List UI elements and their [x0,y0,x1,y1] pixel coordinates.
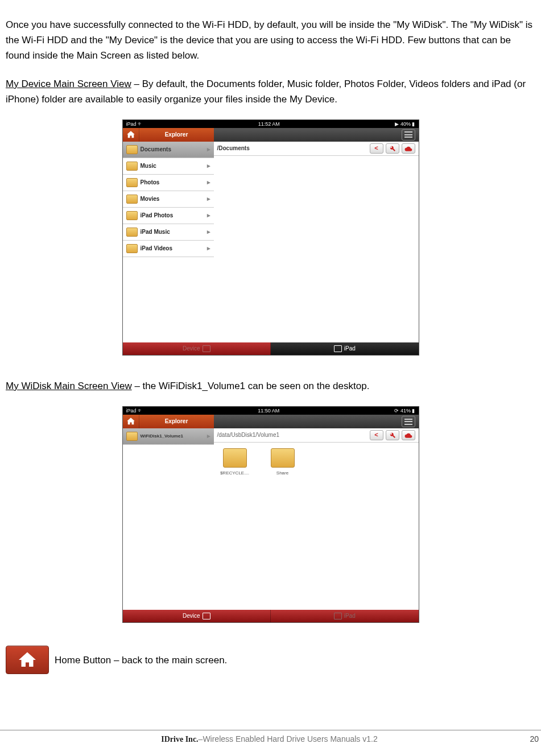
sidebar-item-label: Documents [141,145,171,154]
chevron-right-icon: ▸ [207,227,210,237]
home-icon [126,416,136,427]
footer-text: IDrive Inc.–Wireless Enabled Hard Drive … [23,733,516,746]
cloud-icon [404,432,412,439]
content-area: /data/UsbDisk1/Volume1 < $RECYCLE.... Sh… [214,428,419,610]
chevron-right-icon: ▸ [207,210,210,221]
cloud-icon [404,145,412,152]
home-button-caption: Home Button – back to the main screen. [55,652,227,668]
topbar-right [214,415,419,428]
page-number: 20 [516,733,541,746]
home-button-description: Home Button – back to the main screen. [6,646,535,674]
sidebar: Documents▸ Music▸ Photos▸ Movies▸ iPad P… [123,142,214,342]
screenshot2-container: iPad ᯤ 11:50 AM ⟳ 41% ▮ Explorer WiFiDis… [6,406,535,623]
sidebar-item-ipad-music[interactable]: iPad Music▸ [123,224,214,241]
sidebar-item-label: iPad Photos [141,211,174,220]
section2-paragraph: My WiDisk Main Screen View – the WiFiDis… [6,378,535,394]
page-footer: IDrive Inc.–Wireless Enabled Hard Drive … [0,730,541,746]
status-right: ⟳ 41% ▮ [394,407,415,415]
section1-heading: My Device Main Screen View [6,79,131,89]
chevron-right-icon: ▸ [207,243,210,254]
topbar-left: Explorer [123,128,214,142]
content-area: /Documents < [214,142,419,342]
folder-icon [126,211,138,220]
tab-ipad[interactable]: iPad [271,610,419,622]
sidebar-item-ipad-photos[interactable]: iPad Photos▸ [123,208,214,224]
ipad-icon [334,613,342,619]
path-bar: /Documents < [214,142,419,156]
top-bar: Explorer [123,128,419,142]
home-button-image [6,646,49,674]
share-button[interactable]: < [370,143,383,154]
list-view-icon[interactable] [402,416,415,427]
sidebar-item-documents[interactable]: Documents▸ [123,142,214,158]
tab-device[interactable]: Device [123,610,271,622]
tools-button[interactable] [386,143,399,154]
tab-ipad[interactable]: iPad [271,342,419,355]
bottom-bar: Device iPad [123,342,419,355]
content-empty [214,156,419,342]
section2-heading: My WiDisk Main Screen View [6,381,132,391]
chevron-right-icon: ▸ [207,161,210,171]
sidebar-item-label: Photos [141,178,160,187]
chevron-right-icon: ▸ [207,144,210,155]
status-left: iPad ᯤ [126,407,143,415]
path-bar: /data/UsbDisk1/Volume1 < [214,428,419,443]
chevron-right-icon: ▸ [207,177,210,188]
ipad-icon [334,345,342,352]
path-text: /data/UsbDisk1/Volume1 [217,431,280,440]
folder-icon [126,432,138,441]
device-icon [203,613,210,619]
sidebar-item-wifidisk[interactable]: WiFiDisk1_Volume1▸ [123,428,214,445]
wrench-icon [389,432,396,439]
folder-icon [126,178,138,187]
folder-icon [223,448,247,468]
path-text: /Documents [217,144,250,153]
sidebar-item-label: Music [141,162,156,171]
section1-paragraph: My Device Main Screen View – By default,… [6,76,535,107]
bottom-bar: Device iPad [123,610,419,622]
folder-icon [126,244,138,253]
status-time: 11:50 AM [143,407,394,415]
sidebar-item-music[interactable]: Music▸ [123,158,214,175]
device-icon [203,345,210,352]
status-bar: iPad ᯤ 11:50 AM ⟳ 41% ▮ [123,407,419,415]
topbar-right [214,128,419,142]
cloud-button[interactable] [402,143,415,154]
folder-icon [126,162,138,171]
top-bar: Explorer [123,415,419,428]
sidebar-item-photos[interactable]: Photos▸ [123,175,214,191]
folder-share[interactable]: Share [267,448,298,477]
home-icon [17,650,38,670]
screenshot1: iPad ᯤ 11:52 AM ▶ 40% ▮ Explorer Documen… [122,119,419,356]
status-left: iPad ᯤ [126,120,143,128]
sidebar-item-movies[interactable]: Movies▸ [123,191,214,208]
share-button[interactable]: < [370,430,383,440]
section2-desc: – the WiFiDisk1_Volume1 can be seen on t… [132,381,370,391]
folder-recycle[interactable]: $RECYCLE.... [220,448,250,477]
folder-icon [126,228,138,237]
cloud-button[interactable] [402,430,415,440]
folder-label: Share [276,470,288,476]
wrench-icon [389,145,396,152]
folder-label: $RECYCLE.... [220,470,249,476]
sidebar-item-label: iPad Music [141,228,170,237]
home-button[interactable] [123,415,139,428]
home-icon [126,130,136,140]
status-bar: iPad ᯤ 11:52 AM ▶ 40% ▮ [123,120,419,128]
screenshot2: iPad ᯤ 11:50 AM ⟳ 41% ▮ Explorer WiFiDis… [122,406,419,623]
folder-icon [271,448,295,468]
folder-icon [126,145,138,154]
status-right: ▶ 40% ▮ [395,120,415,128]
screenshot1-container: iPad ᯤ 11:52 AM ▶ 40% ▮ Explorer Documen… [6,119,535,356]
list-view-icon[interactable] [402,129,415,141]
sidebar-item-ipad-videos[interactable]: iPad Videos▸ [123,241,214,257]
chevron-right-icon: ▸ [207,194,210,204]
chevron-right-icon: ▸ [207,431,210,441]
sidebar-item-label: iPad Videos [141,244,173,253]
content-grid: $RECYCLE.... Share [214,443,419,610]
tab-device[interactable]: Device [123,342,271,355]
tools-button[interactable] [386,430,399,440]
folder-icon [126,195,138,204]
explorer-title: Explorer [139,130,214,139]
home-button[interactable] [123,128,139,142]
